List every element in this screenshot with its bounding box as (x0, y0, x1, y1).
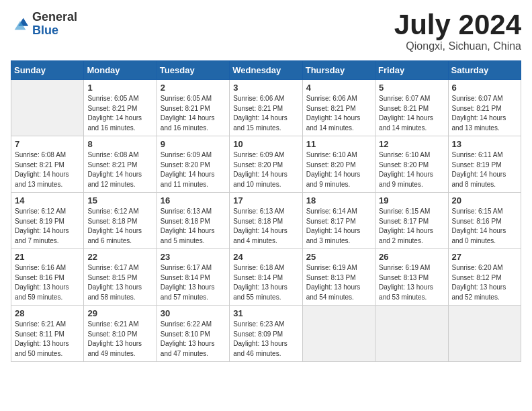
day-info: Sunrise: 6:12 AMSunset: 8:19 PMDaylight:… (15, 207, 80, 246)
day-info: Sunrise: 6:23 AMSunset: 8:09 PMDaylight:… (233, 320, 298, 359)
day-number: 15 (87, 195, 152, 205)
calendar-cell: 9Sunrise: 6:09 AMSunset: 8:20 PMDaylight… (157, 136, 229, 193)
day-number: 5 (379, 83, 444, 93)
day-info: Sunrise: 6:10 AMSunset: 8:20 PMDaylight:… (379, 150, 444, 189)
calendar-week-row: 7Sunrise: 6:08 AMSunset: 8:21 PMDaylight… (11, 136, 521, 193)
calendar-cell: 14Sunrise: 6:12 AMSunset: 8:19 PMDayligh… (11, 193, 84, 249)
day-info: Sunrise: 6:06 AMSunset: 8:21 PMDaylight:… (306, 94, 371, 133)
calendar-cell (302, 306, 375, 362)
calendar-cell: 3Sunrise: 6:06 AMSunset: 8:21 PMDaylight… (230, 80, 302, 136)
day-info: Sunrise: 6:13 AMSunset: 8:18 PMDaylight:… (233, 207, 298, 246)
day-info: Sunrise: 6:13 AMSunset: 8:18 PMDaylight:… (161, 207, 226, 246)
calendar-cell: 21Sunrise: 6:16 AMSunset: 8:16 PMDayligh… (11, 249, 84, 306)
weekday-header: Saturday (448, 61, 521, 80)
calendar-cell: 7Sunrise: 6:08 AMSunset: 8:21 PMDaylight… (11, 136, 84, 193)
day-number: 20 (452, 195, 517, 205)
day-number: 26 (379, 252, 444, 262)
calendar-cell: 22Sunrise: 6:17 AMSunset: 8:15 PMDayligh… (84, 249, 157, 306)
day-info: Sunrise: 6:09 AMSunset: 8:20 PMDaylight:… (161, 150, 226, 189)
calendar-cell: 20Sunrise: 6:15 AMSunset: 8:16 PMDayligh… (448, 193, 521, 249)
day-info: Sunrise: 6:15 AMSunset: 8:16 PMDaylight:… (452, 207, 517, 246)
day-info: Sunrise: 6:11 AMSunset: 8:19 PMDaylight:… (452, 150, 517, 189)
weekday-header: Wednesday (230, 61, 302, 80)
day-number: 28 (15, 308, 80, 318)
day-number: 16 (161, 195, 226, 205)
day-info: Sunrise: 6:17 AMSunset: 8:14 PMDaylight:… (161, 263, 226, 302)
calendar-cell: 10Sunrise: 6:09 AMSunset: 8:20 PMDayligh… (230, 136, 302, 193)
day-number: 23 (161, 252, 226, 262)
calendar-cell: 12Sunrise: 6:10 AMSunset: 8:20 PMDayligh… (375, 136, 448, 193)
calendar-week-row: 14Sunrise: 6:12 AMSunset: 8:19 PMDayligh… (11, 193, 521, 249)
calendar-cell: 16Sunrise: 6:13 AMSunset: 8:18 PMDayligh… (157, 193, 229, 249)
day-number: 6 (452, 83, 517, 93)
calendar-cell: 13Sunrise: 6:11 AMSunset: 8:19 PMDayligh… (448, 136, 521, 193)
calendar-cell: 11Sunrise: 6:10 AMSunset: 8:20 PMDayligh… (302, 136, 375, 193)
calendar-cell (375, 306, 448, 362)
calendar-cell: 29Sunrise: 6:21 AMSunset: 8:10 PMDayligh… (84, 306, 157, 362)
day-number: 9 (161, 139, 226, 149)
calendar-cell: 25Sunrise: 6:19 AMSunset: 8:13 PMDayligh… (302, 249, 375, 306)
calendar-cell: 19Sunrise: 6:15 AMSunset: 8:17 PMDayligh… (375, 193, 448, 249)
day-number: 13 (452, 139, 517, 149)
day-number: 8 (87, 139, 152, 149)
calendar-table: SundayMondayTuesdayWednesdayThursdayFrid… (11, 60, 521, 362)
day-info: Sunrise: 6:19 AMSunset: 8:13 PMDaylight:… (306, 263, 371, 302)
day-info: Sunrise: 6:05 AMSunset: 8:21 PMDaylight:… (161, 94, 226, 133)
day-info: Sunrise: 6:14 AMSunset: 8:17 PMDaylight:… (306, 207, 371, 246)
day-number: 3 (233, 83, 298, 93)
day-info: Sunrise: 6:17 AMSunset: 8:15 PMDaylight:… (87, 263, 152, 302)
day-info: Sunrise: 6:05 AMSunset: 8:21 PMDaylight:… (87, 94, 152, 133)
calendar-cell: 5Sunrise: 6:07 AMSunset: 8:21 PMDaylight… (375, 80, 448, 136)
weekday-header: Friday (375, 61, 448, 80)
calendar-cell (11, 80, 84, 136)
day-info: Sunrise: 6:21 AMSunset: 8:11 PMDaylight:… (15, 320, 80, 359)
calendar-cell: 1Sunrise: 6:05 AMSunset: 8:21 PMDaylight… (84, 80, 157, 136)
calendar-cell: 15Sunrise: 6:12 AMSunset: 8:18 PMDayligh… (84, 193, 157, 249)
day-number: 12 (379, 139, 444, 149)
day-info: Sunrise: 6:20 AMSunset: 8:12 PMDaylight:… (452, 263, 517, 302)
page-header: General Blue July 2024 Qiongxi, Sichuan,… (11, 11, 521, 52)
day-info: Sunrise: 6:07 AMSunset: 8:21 PMDaylight:… (379, 94, 444, 133)
day-number: 17 (233, 195, 298, 205)
day-info: Sunrise: 6:08 AMSunset: 8:21 PMDaylight:… (15, 150, 80, 189)
day-number: 10 (233, 139, 298, 149)
day-info: Sunrise: 6:21 AMSunset: 8:10 PMDaylight:… (87, 320, 152, 359)
title-section: July 2024 Qiongxi, Sichuan, China (394, 11, 521, 52)
day-info: Sunrise: 6:12 AMSunset: 8:18 PMDaylight:… (87, 207, 152, 246)
day-info: Sunrise: 6:18 AMSunset: 8:14 PMDaylight:… (233, 263, 298, 302)
day-number: 24 (233, 252, 298, 262)
calendar-cell: 18Sunrise: 6:14 AMSunset: 8:17 PMDayligh… (302, 193, 375, 249)
day-number: 21 (15, 252, 80, 262)
day-number: 31 (233, 308, 298, 318)
day-number: 29 (87, 308, 152, 318)
day-number: 30 (161, 308, 226, 318)
day-number: 22 (87, 252, 152, 262)
calendar-week-row: 28Sunrise: 6:21 AMSunset: 8:11 PMDayligh… (11, 306, 521, 362)
day-info: Sunrise: 6:09 AMSunset: 8:20 PMDaylight:… (233, 150, 298, 189)
day-number: 19 (379, 195, 444, 205)
calendar-cell: 28Sunrise: 6:21 AMSunset: 8:11 PMDayligh… (11, 306, 84, 362)
day-number: 18 (306, 195, 371, 205)
day-number: 2 (161, 83, 226, 93)
day-info: Sunrise: 6:07 AMSunset: 8:21 PMDaylight:… (452, 94, 517, 133)
logo-blue: Blue (32, 24, 77, 38)
day-info: Sunrise: 6:22 AMSunset: 8:10 PMDaylight:… (161, 320, 226, 359)
day-info: Sunrise: 6:08 AMSunset: 8:21 PMDaylight:… (87, 150, 152, 189)
day-info: Sunrise: 6:15 AMSunset: 8:17 PMDaylight:… (379, 207, 444, 246)
weekday-header: Thursday (302, 61, 375, 80)
calendar-week-row: 1Sunrise: 6:05 AMSunset: 8:21 PMDaylight… (11, 80, 521, 136)
calendar-cell: 17Sunrise: 6:13 AMSunset: 8:18 PMDayligh… (230, 193, 302, 249)
weekday-header: Sunday (11, 61, 84, 80)
day-number: 7 (15, 139, 80, 149)
calendar-cell: 6Sunrise: 6:07 AMSunset: 8:21 PMDaylight… (448, 80, 521, 136)
day-info: Sunrise: 6:10 AMSunset: 8:20 PMDaylight:… (306, 150, 371, 189)
day-info: Sunrise: 6:16 AMSunset: 8:16 PMDaylight:… (15, 263, 80, 302)
weekday-header-row: SundayMondayTuesdayWednesdayThursdayFrid… (11, 61, 521, 80)
day-info: Sunrise: 6:06 AMSunset: 8:21 PMDaylight:… (233, 94, 298, 133)
day-info: Sunrise: 6:19 AMSunset: 8:13 PMDaylight:… (379, 263, 444, 302)
calendar-week-row: 21Sunrise: 6:16 AMSunset: 8:16 PMDayligh… (11, 249, 521, 306)
calendar-cell: 2Sunrise: 6:05 AMSunset: 8:21 PMDaylight… (157, 80, 229, 136)
calendar-cell: 30Sunrise: 6:22 AMSunset: 8:10 PMDayligh… (157, 306, 229, 362)
logo-general: General (32, 11, 77, 24)
day-number: 11 (306, 139, 371, 149)
